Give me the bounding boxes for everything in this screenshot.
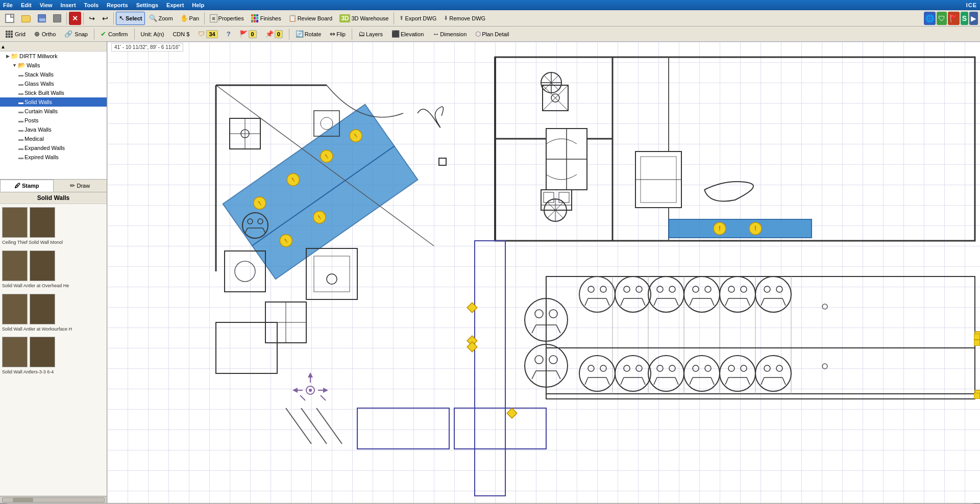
zoom-button[interactable]: 🔍 Zoom <box>146 12 176 25</box>
menu-reports[interactable]: Reports <box>107 2 128 8</box>
print-button[interactable] <box>50 12 64 25</box>
help-button[interactable]: ? <box>223 28 234 40</box>
wall-group-antler-worksurface: Solid Wall Antler at Worksurface H <box>0 291 107 334</box>
tree-item-dirtt[interactable]: ▶ 📁 DIRTT Millwork <box>0 52 107 61</box>
tree-item-java-walls[interactable]: ▬ Java Walls <box>0 125 107 134</box>
close-button[interactable]: ✕ <box>69 12 81 25</box>
count2-button[interactable]: 🚩 0 <box>236 28 260 40</box>
walls-label: Walls <box>27 62 40 68</box>
plan-detail-button[interactable]: ⬡ Plan Detail <box>472 28 512 40</box>
confirm-button[interactable]: ✔ Confirm <box>97 28 132 40</box>
draw-tab[interactable]: ✏ Draw <box>54 180 107 192</box>
globe-button[interactable]: 🌐 <box>924 12 936 25</box>
item-count: 34 <box>206 30 217 38</box>
antler-overhead-label: Solid Wall Antler at Overhead He <box>2 282 105 290</box>
toolbar-sep-2 <box>83 12 84 24</box>
tree-item-curtain-walls[interactable]: ▬ Curtain Walls <box>0 107 107 116</box>
export-dwg-button[interactable]: ⬆ Export DWG <box>396 12 439 25</box>
flip-button[interactable]: ⇔ Flip <box>326 28 349 40</box>
nav-sep-3 <box>289 29 289 40</box>
tree-panel: ▲ ▶ 📁 DIRTT Millwork ▼ 📂 Walls ▬ Stack W… <box>0 42 107 180</box>
right-marker-2[interactable] <box>974 340 980 346</box>
grid-button[interactable]: Grid <box>2 28 29 40</box>
snap-button[interactable]: 🔗 Snap <box>61 28 91 40</box>
tree-item-stick-built[interactable]: ▬ Stick Built Walls <box>0 88 107 97</box>
expand-icon-dirtt: ▶ <box>6 54 10 59</box>
canvas-area[interactable]: 41' - 10 11/32", 89' - 6 11/16" <box>107 42 980 503</box>
properties-button[interactable]: ≡ Properties <box>207 12 247 25</box>
tree-item-posts[interactable]: ▬ Posts <box>0 116 107 125</box>
layers-icon: 🗂 <box>358 30 365 38</box>
wall-swatch-ceiling-2[interactable] <box>30 207 55 238</box>
left-scroll-track[interactable] <box>2 497 105 502</box>
redo-button[interactable]: ↩ <box>99 12 111 25</box>
finishes-icon <box>251 14 259 22</box>
svg-text:!: ! <box>754 225 756 232</box>
right-marker-1[interactable] <box>974 334 980 340</box>
menu-insert[interactable]: Insert <box>61 2 76 8</box>
tree-item-stack-walls[interactable]: ▬ Stack Walls <box>0 70 107 79</box>
dimension-icon: ↔ <box>432 30 439 38</box>
wall-swatch-antlers-33-2[interactable] <box>30 337 55 367</box>
menu-view[interactable]: View <box>40 2 53 8</box>
main-layout: ▲ ▶ 📁 DIRTT Millwork ▼ 📂 Walls ▬ Stack W… <box>0 42 980 503</box>
rotate-button[interactable]: 🔄 Rotate <box>292 28 325 40</box>
remove-label: Remove DWG <box>449 15 485 21</box>
review-board-button[interactable]: 📋 Review Board <box>285 12 335 25</box>
remove-dwg-button[interactable]: ⬇ Remove DWG <box>440 12 488 25</box>
menu-expert[interactable]: Expert <box>166 2 184 8</box>
open-button[interactable] <box>18 12 34 25</box>
tree-item-solid-walls[interactable]: ▬ Solid Walls <box>0 97 107 107</box>
shield-button[interactable]: 🛡 <box>937 12 947 25</box>
3d-warehouse-button[interactable]: 3D 3D Warehouse <box>336 12 391 25</box>
dimension-button[interactable]: ↔ Dimension <box>429 28 470 40</box>
tree-item-glass-walls[interactable]: ▬ Glass Walls <box>0 79 107 88</box>
flag-button[interactable]: 🚩 <box>948 12 960 25</box>
stamp-tab[interactable]: 🖊 Stamp <box>0 180 54 192</box>
layers-button[interactable]: 🗂 Layers <box>355 28 386 40</box>
undo-button[interactable]: ↩ <box>86 12 98 25</box>
left-scroll-thumb[interactable] <box>13 498 33 502</box>
wall-swatch-antlers-33-1[interactable] <box>2 337 28 367</box>
save-button[interactable] <box>35 12 49 25</box>
finishes-button[interactable]: Finishes <box>248 12 284 25</box>
pan-button[interactable]: ✋ Pan <box>177 12 203 25</box>
ortho-button[interactable]: ⊕ Ortho <box>31 28 60 40</box>
grid-label: Grid <box>15 31 26 37</box>
count-button[interactable]: 🛡 34 <box>194 28 221 40</box>
shield-count-icon: 🛡 <box>198 30 205 38</box>
tree-item-medical[interactable]: ▬ Medical <box>0 134 107 143</box>
pan-label: Pan <box>189 15 200 21</box>
tree-item-expanded-walls[interactable]: ▬ Expanded Walls <box>0 143 107 153</box>
wall-icon-medical: ▬ <box>18 136 23 142</box>
wall-swatch-antler-ws-2[interactable] <box>30 294 55 324</box>
extra-button[interactable]: ▶ <box>969 12 978 25</box>
wall-swatch-ceiling-1[interactable] <box>2 207 28 238</box>
select-button[interactable]: ↖ Select <box>116 12 145 25</box>
folder-icon-walls: 📂 <box>18 62 26 69</box>
menu-file[interactable]: File <box>3 2 13 8</box>
nav-sep-1 <box>94 29 94 40</box>
wall-swatch-antler-oh-2[interactable] <box>30 250 55 281</box>
wall-row-antler-overhead <box>2 250 105 281</box>
right-marker-3[interactable] <box>974 393 980 399</box>
menu-settings[interactable]: Settings <box>136 2 158 8</box>
tree-collapse-all[interactable]: ▲ <box>0 42 6 51</box>
elevation-button[interactable]: ⬛ Elevation <box>388 28 427 40</box>
expand-icon-walls: ▼ <box>12 63 17 68</box>
s-circle-button[interactable]: S <box>961 12 968 25</box>
coord-display: 41' - 10 11/32", 89' - 6 11/16" <box>111 43 183 52</box>
posts-label: Posts <box>24 117 39 123</box>
wall-swatch-antler-ws-1[interactable] <box>2 294 28 324</box>
menu-tools[interactable]: Tools <box>84 2 99 8</box>
tree-item-walls[interactable]: ▼ 📂 Walls <box>0 61 107 70</box>
left-panel-scrollbar[interactable] <box>0 496 107 503</box>
tree-item-expired-walls[interactable]: ▬ Expired Walls <box>0 153 107 162</box>
wall-swatch-antler-oh-1[interactable] <box>2 250 28 281</box>
count3-button[interactable]: 📌 0 <box>262 28 286 40</box>
review-label: Review Board <box>298 15 332 21</box>
menu-help[interactable]: Help <box>192 2 204 8</box>
dirtt-label: DIRTT Millwork <box>19 53 58 59</box>
new-button[interactable] <box>2 12 17 25</box>
menu-edit[interactable]: Edit <box>21 2 32 8</box>
